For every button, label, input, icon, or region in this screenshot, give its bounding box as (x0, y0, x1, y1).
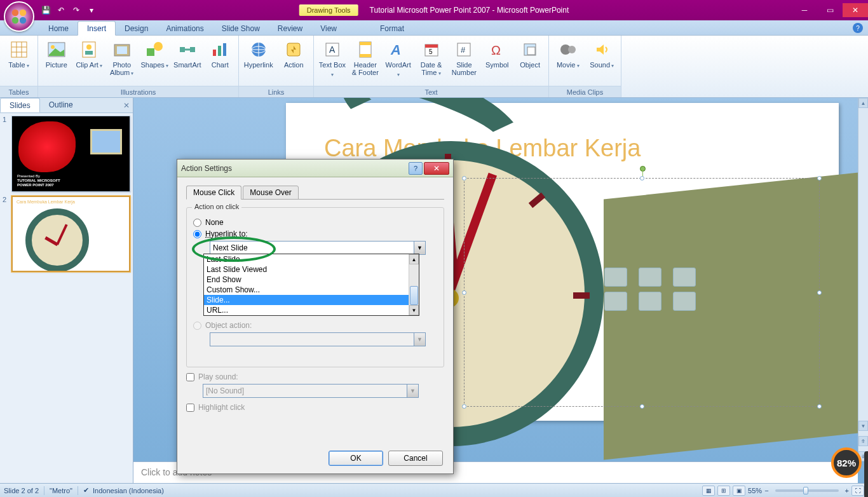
opt-last-viewed[interactable]: Last Slide Viewed (204, 264, 419, 275)
svg-rect-21 (218, 46, 221, 56)
table-button[interactable]: Table (4, 38, 34, 70)
object-button[interactable]: Object (515, 38, 545, 69)
check-highlight-click[interactable]: Highlight click (186, 403, 444, 412)
group-media: Media Clips (549, 86, 621, 97)
zoom-out-icon[interactable]: − (764, 487, 768, 494)
pane-close-icon[interactable]: ✕ (120, 98, 133, 112)
tab-format[interactable]: Format (371, 22, 413, 35)
minimize-button[interactable]: ─ (792, 3, 817, 17)
shapes-button[interactable]: Shapes (140, 38, 170, 70)
opt-end-show[interactable]: End Show (204, 275, 419, 285)
network-meter-overlay[interactable]: 82% ↑ 0 B ↓ 0 B (831, 447, 862, 478)
restore-button[interactable]: ▭ (817, 3, 843, 17)
dialog-close-icon[interactable]: ✕ (424, 162, 449, 175)
status-theme: "Metro" (50, 487, 72, 494)
picture-button[interactable]: Picture (42, 38, 71, 69)
slidenumber-button[interactable]: #Slide Number (449, 38, 478, 76)
zoom-in-icon[interactable]: + (845, 487, 849, 494)
action-legend: Action on click (192, 203, 241, 210)
opt-url[interactable]: URL... (204, 305, 419, 315)
group-illustrations: Illustrations (38, 86, 238, 97)
save-icon[interactable]: 💾 (39, 4, 52, 17)
zoom-slider[interactable] (775, 489, 839, 492)
placeholder-picture-icon[interactable] (604, 292, 627, 311)
movie-button[interactable]: Movie (553, 38, 583, 70)
tab-animations[interactable]: Animations (157, 22, 212, 35)
group-text: Text (314, 86, 548, 97)
close-button[interactable]: ✕ (843, 3, 868, 17)
hyperlink-button[interactable]: Hyperlink (243, 38, 275, 69)
tab-slideshow[interactable]: Slide Show (213, 22, 269, 35)
clipart-button[interactable]: Clip Art (75, 38, 104, 70)
fit-window-icon[interactable]: ⛶ (851, 486, 864, 496)
radio-none[interactable]: None (193, 218, 437, 227)
view-show-icon[interactable]: ▣ (733, 486, 745, 496)
svg-text:#: # (461, 45, 466, 55)
undo-icon[interactable]: ↶ (55, 4, 67, 17)
view-normal-icon[interactable]: ▦ (702, 486, 715, 496)
zoom-value[interactable]: 55% (748, 487, 762, 494)
placeholder-media-icon[interactable] (673, 292, 696, 311)
datetime-button[interactable]: 5Date & Time (417, 38, 446, 78)
slide-thumb-2[interactable]: 2 Cara Membuka Lembar Kerja (3, 196, 130, 272)
placeholder-table-icon[interactable] (604, 268, 627, 287)
movie-icon (558, 39, 578, 60)
spellcheck-icon[interactable]: ✔ (83, 486, 89, 494)
view-sorter-icon[interactable]: ⊞ (717, 486, 730, 496)
svg-point-0 (12, 10, 19, 17)
status-bar: Slide 2 of 2 "Metro" ✔ Indonesian (Indon… (0, 483, 868, 497)
dialog-titlebar[interactable]: Action Settings ? ✕ (177, 160, 453, 177)
sound-button[interactable]: Sound (587, 38, 618, 70)
vertical-scrollbar[interactable]: ▲ ▼ ⤊ ⤋ (858, 98, 868, 461)
dialog-help-icon[interactable]: ? (409, 162, 423, 175)
radio-hyperlink[interactable]: Hyperlink to: (193, 229, 437, 238)
content-placeholder[interactable] (464, 178, 820, 407)
office-button[interactable] (4, 1, 34, 32)
svg-rect-19 (190, 47, 195, 52)
radio-object-action: Object action: (193, 321, 437, 330)
table-icon (9, 39, 29, 60)
svg-rect-18 (180, 47, 185, 52)
slide-thumb-1[interactable]: 1 Presented ByTUTORIAL MICROSOFTPOWER PO… (3, 116, 130, 192)
placeholder-clipart-icon[interactable] (639, 292, 661, 311)
placeholder-chart-icon[interactable] (639, 268, 661, 287)
action-button[interactable]: Action (278, 38, 310, 69)
qat-more-icon[interactable]: ▾ (85, 4, 98, 17)
ok-button[interactable]: OK (329, 451, 383, 466)
redo-icon[interactable]: ↷ (70, 4, 83, 17)
svg-text:A: A (390, 42, 401, 57)
pane-tab-slides[interactable]: Slides (0, 98, 40, 112)
cancel-button[interactable]: Cancel (388, 451, 443, 466)
textbox-button[interactable]: AText Box (318, 38, 347, 79)
pane-tab-outline[interactable]: Outline (40, 98, 82, 112)
opt-custom-show[interactable]: Custom Show... (204, 285, 419, 295)
tab-insert[interactable]: Insert (78, 21, 116, 36)
svg-rect-20 (213, 50, 216, 56)
sound-icon (592, 39, 612, 60)
hyperlink-combo[interactable]: Next Slide ▼ (210, 241, 426, 255)
placeholder-smartart-icon[interactable] (673, 268, 696, 287)
tab-home[interactable]: Home (39, 22, 78, 35)
svg-rect-29 (360, 42, 371, 45)
smartart-button[interactable]: SmartArt (173, 38, 202, 69)
check-play-sound[interactable]: Play sound: (186, 372, 444, 381)
opt-last-slide[interactable]: Last Slide (204, 254, 419, 264)
wordart-button[interactable]: AWordArt (384, 38, 413, 79)
status-language[interactable]: Indonesian (Indonesia) (93, 487, 164, 494)
tab-mouse-over[interactable]: Mouse Over (243, 186, 298, 200)
svg-rect-15 (117, 46, 127, 54)
tab-design[interactable]: Design (116, 22, 157, 35)
headerfooter-button[interactable]: Header & Footer (351, 38, 380, 76)
opt-slide[interactable]: Slide... (204, 295, 419, 305)
clipart-icon (79, 39, 99, 60)
tab-mouse-click[interactable]: Mouse Click (186, 186, 241, 200)
tab-review[interactable]: Review (269, 22, 311, 35)
tab-view[interactable]: View (311, 22, 346, 35)
svg-rect-4 (11, 42, 27, 57)
symbol-button[interactable]: ΩSymbol (482, 38, 512, 69)
dropdown-scrollbar[interactable]: ▲▼ (409, 254, 419, 315)
help-icon[interactable]: ? (853, 23, 863, 33)
photoalbum-button[interactable]: Photo Album (107, 38, 137, 78)
combo-dropdown-icon[interactable]: ▼ (414, 242, 425, 254)
chart-button[interactable]: Chart (206, 38, 235, 69)
